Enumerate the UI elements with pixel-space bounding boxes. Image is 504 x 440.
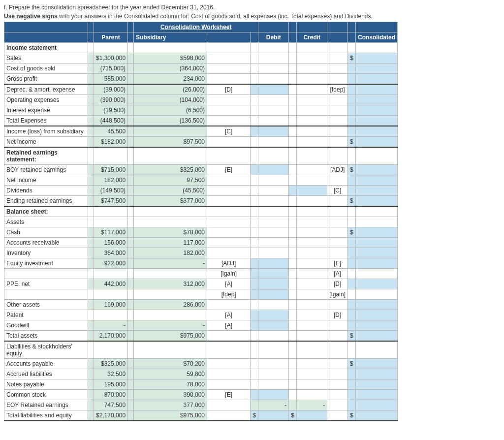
netinc2-cons-input[interactable] bbox=[355, 175, 397, 186]
incsub-cons-input[interactable] bbox=[355, 126, 397, 137]
row-opex: Operating expenses (390,000) (104,000) bbox=[4, 95, 398, 105]
intexp-cons-input[interactable] bbox=[355, 105, 397, 116]
accr-cons-input[interactable] bbox=[355, 369, 397, 379]
row-other: Other assets 169,000 286,000 bbox=[4, 300, 398, 310]
ppe-cons-input[interactable] bbox=[355, 279, 397, 289]
netinc-cons-input[interactable] bbox=[355, 137, 397, 148]
section-retained-earnings: Retained earnings statement: bbox=[4, 147, 88, 165]
row-cash: Cash $117,000 $78,000 $ bbox=[4, 227, 398, 238]
section-balance-sheet: Balance sheet: bbox=[4, 206, 88, 217]
totexp-cons-input[interactable] bbox=[355, 116, 397, 126]
sales-cons-input[interactable] bbox=[355, 53, 397, 63]
col-debit: Debit bbox=[258, 32, 289, 43]
cs-cons-input[interactable] bbox=[355, 390, 397, 400]
worksheet-title: Consolidation Worksheet bbox=[134, 22, 258, 32]
dep-cons-input[interactable] bbox=[355, 84, 397, 95]
other-cons-input[interactable] bbox=[355, 300, 397, 310]
instruction-emphasis: Use negative signs bbox=[4, 13, 58, 20]
goodwill-cons-input[interactable] bbox=[355, 320, 397, 331]
cash-cons-input[interactable] bbox=[355, 227, 397, 238]
row-eqinv2: [Igain] [A] bbox=[4, 269, 398, 279]
gp-cons-input[interactable] bbox=[355, 74, 397, 85]
patent-debit-input[interactable] bbox=[258, 310, 289, 320]
ar-cons-input[interactable] bbox=[355, 238, 397, 248]
row-intexp: Interest expense (19,500) (6,500) bbox=[4, 105, 398, 116]
ppe-debit-input[interactable] bbox=[258, 279, 289, 289]
row-eoyre: EOY Retained earnings 747,500 377,000 - … bbox=[4, 400, 398, 410]
div-cons-input[interactable] bbox=[355, 186, 397, 196]
row-patent: Patent [A] [D] bbox=[4, 310, 398, 320]
header-row-1: Consolidation Worksheet bbox=[4, 22, 398, 32]
row-ppe: PPE, net 442,000 312,000 [A] [D] bbox=[4, 279, 398, 289]
row-totexp: Total Expenses (448,500) (136,500) bbox=[4, 116, 398, 126]
row-ppe2: [Idep] [Igain] bbox=[4, 289, 398, 300]
section-liab-equity: Liabilities & stockholders' equity bbox=[4, 341, 88, 359]
row-div: Dividends (149,500) (45,500) [C] bbox=[4, 186, 398, 196]
totle-credit-input[interactable] bbox=[297, 410, 327, 421]
boyre-debit-input[interactable] bbox=[258, 165, 289, 175]
cs-debit-input[interactable] bbox=[258, 390, 289, 400]
patent-cons-input[interactable] bbox=[355, 310, 397, 320]
instruction-rest: with your answers in the Consolidated co… bbox=[58, 13, 373, 20]
sales-cons-sign: $ bbox=[347, 53, 355, 63]
col-parent: Parent bbox=[94, 32, 128, 43]
row-netinc: Net income $182,000 $97,500 $ bbox=[4, 137, 398, 148]
row-goodwill: Goodwill - - [A] bbox=[4, 320, 398, 331]
eoyre-cons-input[interactable] bbox=[355, 400, 397, 410]
row-endre: Ending retained earnings $747,500 $377,0… bbox=[4, 196, 398, 207]
row-cs: Common stock 870,000 390,000 [E] bbox=[4, 390, 398, 400]
eqinv2-debit-input[interactable] bbox=[258, 269, 289, 279]
row-dep: Deprec. & amort. expense (39,000) (26,00… bbox=[4, 84, 398, 95]
row-totassets: Total assets 2,170,000 $975,000 $ bbox=[4, 331, 398, 342]
eqinv-cons-input[interactable] bbox=[355, 258, 397, 269]
row-boyre: BOY retained earnings $715,000 $325,000 … bbox=[4, 165, 398, 175]
section-income-statement: Income statement bbox=[4, 43, 88, 53]
row-netinc2: Net income 182,000 97,500 bbox=[4, 175, 398, 186]
opex-cons-input[interactable] bbox=[355, 95, 397, 105]
dep-debit-input[interactable] bbox=[258, 84, 289, 95]
totle-cons-input[interactable] bbox=[355, 410, 397, 421]
boyre-cons-input[interactable] bbox=[355, 165, 397, 175]
row-ar: Accounts receivable 156,000 117,000 bbox=[4, 238, 398, 248]
instruction-line-2: Use negative signs with your answers in … bbox=[4, 13, 500, 20]
row-cogs: Cost of goods sold (715,000) (364,000) bbox=[4, 63, 398, 74]
col-subsidiary: Subsidiary bbox=[134, 32, 207, 43]
eqinv-debit-input[interactable] bbox=[258, 258, 289, 269]
np-cons-input[interactable] bbox=[355, 379, 397, 390]
totassets-cons-input[interactable] bbox=[355, 331, 397, 342]
row-inv: Inventory 364,000 182,000 bbox=[4, 248, 398, 258]
cogs-cons-input[interactable] bbox=[355, 63, 397, 74]
row-accr: Accrued liabilities 32,500 59,800 bbox=[4, 369, 398, 379]
header-row-2: Parent Subsidiary Debit Credit Consolida… bbox=[4, 32, 398, 43]
totle-debit-input[interactable] bbox=[258, 410, 289, 421]
inv-cons-input[interactable] bbox=[355, 248, 397, 258]
row-eqinv: Equity investment 922,000 - [ADJ] [E] bbox=[4, 258, 398, 269]
row-incsub: Income (loss) from subsidiary 45,500 [C] bbox=[4, 126, 398, 137]
row-gross-profit: Gross profit 585,000 234,000 bbox=[4, 74, 398, 85]
row-ap: Accounts payable $325,000 $70,200 $ bbox=[4, 359, 398, 369]
consolidation-worksheet: Consolidation Worksheet Parent Subsidiar… bbox=[4, 22, 398, 421]
incsub-debit-input[interactable] bbox=[258, 126, 289, 137]
col-consolidated: Consolidated bbox=[355, 32, 397, 43]
ap-cons-input[interactable] bbox=[355, 359, 397, 369]
col-credit: Credit bbox=[297, 32, 327, 43]
row-np: Notes payable 195,000 78,000 bbox=[4, 379, 398, 390]
row-totle: Total liabilities and equity $2,170,000 … bbox=[4, 410, 398, 421]
endre-cons-input[interactable] bbox=[355, 196, 397, 207]
row-sales: Sales $1,300,000 $598,000 $ bbox=[4, 53, 398, 63]
section-assets: Assets bbox=[4, 217, 88, 227]
instruction-line-1: f. Prepare the consolidation spreadsheet… bbox=[4, 4, 500, 11]
ppe2-debit-input[interactable] bbox=[258, 289, 289, 300]
goodwill-debit-input[interactable] bbox=[258, 320, 289, 331]
div-credit-input[interactable] bbox=[297, 186, 327, 196]
